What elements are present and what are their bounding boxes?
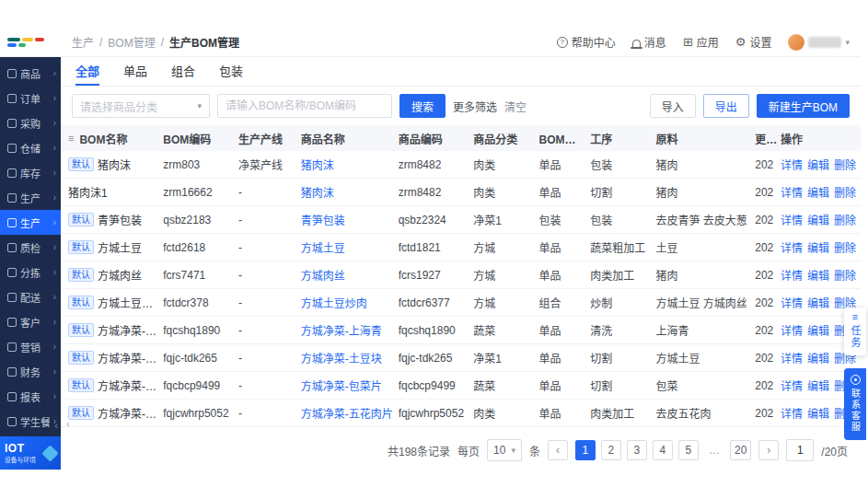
page-button[interactable]: 2 [601,440,621,460]
edit-link[interactable]: 编辑 [807,239,829,255]
bom-name-link[interactable]: 青笋包装 [98,212,142,227]
edit-link[interactable]: 编辑 [807,184,829,200]
sidebar-item[interactable]: 订单 › [0,86,61,110]
category-select-placeholder: 请选择商品分类 [80,99,157,114]
sidebar-item[interactable]: 营销 › [0,334,61,359]
sidebar-item[interactable]: 生产 › [0,185,61,210]
edit-link[interactable]: 编辑 [807,295,829,310]
edit-link[interactable]: 编辑 [807,157,829,172]
detail-link[interactable]: 详情 [781,267,803,283]
edit-link[interactable]: 编辑 [807,350,829,366]
page-button[interactable]: … [704,440,724,460]
page-jump-input[interactable] [786,439,814,461]
product-name-link[interactable]: 猪肉沫 [301,184,399,200]
col-actions: 操作 [781,131,856,146]
sidebar-item[interactable]: 商品 › [0,61,61,86]
detail-link[interactable]: 详情 [781,295,803,310]
product-name-link[interactable]: 方城肉丝 [301,267,399,283]
sidebar-item[interactable]: 学生餐 › [0,409,61,434]
edit-link[interactable]: 编辑 [807,322,829,338]
sidebar-item[interactable]: 质检 › [0,235,61,260]
sidebar-item[interactable]: 配送 › [0,284,61,309]
delete-link[interactable]: 删除 [834,184,856,200]
detail-link[interactable]: 详情 [781,239,803,255]
create-bom-button[interactable]: 新建生产BOM [757,94,850,118]
help-center-button[interactable]: ? 帮助中心 [557,34,616,50]
export-button[interactable]: 导出 [703,94,749,118]
search-button[interactable]: 搜索 [399,94,446,118]
column-settings-icon[interactable]: ≡ [68,133,74,144]
table-scroll-left-icon[interactable]: ‹ [66,418,70,429]
import-button[interactable]: 导入 [650,94,696,118]
product-name-link[interactable]: 青笋包装 [301,212,399,227]
edit-link[interactable]: 编辑 [807,212,829,227]
page-button[interactable]: 20 [730,440,751,460]
detail-link[interactable]: 详情 [781,350,803,366]
category-cell: 肉类 [473,405,538,421]
bom-name-link[interactable]: 方城净菜-上海青 [98,322,159,338]
product-name-link[interactable]: 方城净菜-包菜片 [301,377,399,393]
more-filters-link[interactable]: 更多筛选 [453,99,497,114]
product-name-link[interactable]: 猪肉沫 [301,157,399,172]
bom-name-link[interactable]: 猪肉沫1 [68,184,108,200]
product-name-link[interactable]: 方城土豆炒肉 [301,295,399,310]
edit-link[interactable]: 编辑 [807,377,829,393]
sidebar-item[interactable]: 报表 › [0,384,61,409]
delete-link[interactable]: 删除 [834,157,856,172]
detail-link[interactable]: 详情 [781,157,803,172]
edit-link[interactable]: 编辑 [807,405,829,421]
bom-name-link[interactable]: 猪肉沫 [98,157,131,172]
page-button[interactable]: 1 [575,440,596,460]
page-button[interactable]: 4 [653,440,673,460]
customer-service-button[interactable]: 联系客服 [844,368,866,440]
sidebar-item[interactable]: 库存 › [0,160,61,185]
next-page-button[interactable]: › [758,440,779,460]
product-name-link[interactable]: 方城净菜-上海青 [301,322,399,338]
per-page-select[interactable]: 10 ▾ [487,439,522,461]
detail-link[interactable]: 详情 [781,212,803,227]
category-select[interactable]: 请选择商品分类 ▾ [72,94,210,118]
prev-page-button[interactable]: ‹ [548,440,568,460]
page-button[interactable]: 5 [678,440,699,460]
settings-button[interactable]: ⚙ 设置 [735,34,772,50]
delete-link[interactable]: 删除 [834,212,856,227]
edit-link[interactable]: 编辑 [807,267,829,283]
delete-link[interactable]: 删除 [834,239,856,255]
product-name-link[interactable]: 方城净菜-五花肉片 [301,405,399,421]
sidebar-item[interactable]: 仓储 › [0,135,61,160]
sidebar-item[interactable]: 财务 › [0,359,61,384]
bom-name-link[interactable]: 方城净菜-包菜片 [98,377,159,393]
detail-link[interactable]: 详情 [781,405,803,421]
messages-button[interactable]: 消息 [632,34,666,50]
tab[interactable]: 包装 [219,57,243,86]
tab[interactable]: 组合 [171,57,195,86]
sidebar-item[interactable]: 分拣 › [0,260,61,284]
sidebar-item[interactable]: 生产 › [0,210,61,235]
sidebar-item[interactable]: 客户 › [0,309,61,334]
sidebar-collapse-icon[interactable]: ‹ [54,420,58,431]
clear-filters-link[interactable]: 清空 [504,99,527,114]
detail-link[interactable]: 详情 [781,184,803,200]
bom-name-link[interactable]: 方城肉丝 [98,267,142,283]
materials-cell: 土豆 [655,239,755,255]
page-button[interactable]: 3 [627,440,647,460]
detail-link[interactable]: 详情 [781,377,803,393]
bom-name-link[interactable]: 方城土豆炒肉 [98,295,159,310]
bom-name-link[interactable]: 方城净菜-五花肉片 [98,405,159,421]
product-name-link[interactable]: 方城净菜-土豆块 [301,350,399,366]
line-cell: - [238,214,301,226]
bom-name-link[interactable]: 方城净菜-土豆块 [98,350,159,366]
keyword-input[interactable] [217,94,392,118]
tab[interactable]: 全部 [75,57,99,86]
breadcrumb-item[interactable]: 生产 [72,34,94,50]
detail-link[interactable]: 详情 [781,322,803,338]
product-name-link[interactable]: 方城土豆 [301,239,399,255]
sidebar-item[interactable]: 采购 › [0,110,61,135]
breadcrumb-item[interactable]: BOM管理 [108,34,155,50]
apps-button[interactable]: ⊞ 应用 [683,34,719,50]
delete-link[interactable]: 删除 [834,267,856,283]
user-menu[interactable]: ▾ [788,34,850,51]
tab[interactable]: 单品 [123,57,147,86]
bom-name-link[interactable]: 方城土豆 [98,239,142,255]
task-panel-tab[interactable]: ≡ 任务 [844,308,866,355]
